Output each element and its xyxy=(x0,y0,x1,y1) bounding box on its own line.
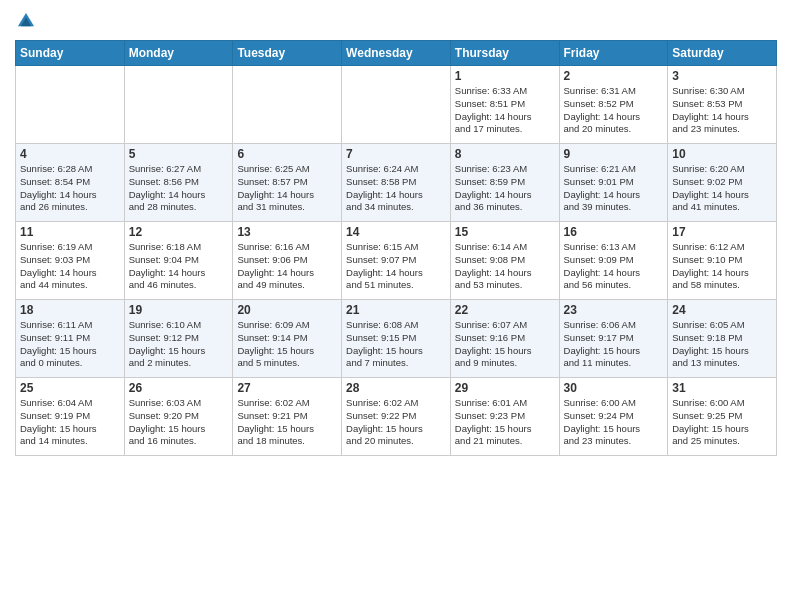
day-info: Sunrise: 6:31 AM Sunset: 8:52 PM Dayligh… xyxy=(564,85,664,136)
day-number: 6 xyxy=(237,147,337,161)
day-info: Sunrise: 6:30 AM Sunset: 8:53 PM Dayligh… xyxy=(672,85,772,136)
table-row: 1Sunrise: 6:33 AM Sunset: 8:51 PM Daylig… xyxy=(450,66,559,144)
table-row: 11Sunrise: 6:19 AM Sunset: 9:03 PM Dayli… xyxy=(16,222,125,300)
day-number: 14 xyxy=(346,225,446,239)
day-number: 25 xyxy=(20,381,120,395)
table-row xyxy=(124,66,233,144)
day-info: Sunrise: 6:00 AM Sunset: 9:24 PM Dayligh… xyxy=(564,397,664,448)
day-info: Sunrise: 6:01 AM Sunset: 9:23 PM Dayligh… xyxy=(455,397,555,448)
table-row: 22Sunrise: 6:07 AM Sunset: 9:16 PM Dayli… xyxy=(450,300,559,378)
day-info: Sunrise: 6:00 AM Sunset: 9:25 PM Dayligh… xyxy=(672,397,772,448)
day-info: Sunrise: 6:11 AM Sunset: 9:11 PM Dayligh… xyxy=(20,319,120,370)
day-info: Sunrise: 6:19 AM Sunset: 9:03 PM Dayligh… xyxy=(20,241,120,292)
table-row: 15Sunrise: 6:14 AM Sunset: 9:08 PM Dayli… xyxy=(450,222,559,300)
day-number: 18 xyxy=(20,303,120,317)
day-number: 16 xyxy=(564,225,664,239)
day-number: 9 xyxy=(564,147,664,161)
table-row: 6Sunrise: 6:25 AM Sunset: 8:57 PM Daylig… xyxy=(233,144,342,222)
day-info: Sunrise: 6:21 AM Sunset: 9:01 PM Dayligh… xyxy=(564,163,664,214)
table-row: 8Sunrise: 6:23 AM Sunset: 8:59 PM Daylig… xyxy=(450,144,559,222)
day-info: Sunrise: 6:06 AM Sunset: 9:17 PM Dayligh… xyxy=(564,319,664,370)
day-number: 28 xyxy=(346,381,446,395)
day-number: 26 xyxy=(129,381,229,395)
day-number: 20 xyxy=(237,303,337,317)
day-info: Sunrise: 6:24 AM Sunset: 8:58 PM Dayligh… xyxy=(346,163,446,214)
day-info: Sunrise: 6:09 AM Sunset: 9:14 PM Dayligh… xyxy=(237,319,337,370)
day-number: 1 xyxy=(455,69,555,83)
table-row: 12Sunrise: 6:18 AM Sunset: 9:04 PM Dayli… xyxy=(124,222,233,300)
header xyxy=(15,10,777,32)
day-number: 23 xyxy=(564,303,664,317)
day-info: Sunrise: 6:03 AM Sunset: 9:20 PM Dayligh… xyxy=(129,397,229,448)
table-row: 19Sunrise: 6:10 AM Sunset: 9:12 PM Dayli… xyxy=(124,300,233,378)
table-row: 21Sunrise: 6:08 AM Sunset: 9:15 PM Dayli… xyxy=(342,300,451,378)
calendar-header-row: Sunday Monday Tuesday Wednesday Thursday… xyxy=(16,41,777,66)
day-info: Sunrise: 6:16 AM Sunset: 9:06 PM Dayligh… xyxy=(237,241,337,292)
col-monday: Monday xyxy=(124,41,233,66)
table-row: 28Sunrise: 6:02 AM Sunset: 9:22 PM Dayli… xyxy=(342,378,451,456)
col-saturday: Saturday xyxy=(668,41,777,66)
day-number: 21 xyxy=(346,303,446,317)
calendar-week-row: 11Sunrise: 6:19 AM Sunset: 9:03 PM Dayli… xyxy=(16,222,777,300)
day-info: Sunrise: 6:12 AM Sunset: 9:10 PM Dayligh… xyxy=(672,241,772,292)
table-row xyxy=(342,66,451,144)
day-info: Sunrise: 6:18 AM Sunset: 9:04 PM Dayligh… xyxy=(129,241,229,292)
table-row: 30Sunrise: 6:00 AM Sunset: 9:24 PM Dayli… xyxy=(559,378,668,456)
table-row: 4Sunrise: 6:28 AM Sunset: 8:54 PM Daylig… xyxy=(16,144,125,222)
page: Sunday Monday Tuesday Wednesday Thursday… xyxy=(0,0,792,612)
day-info: Sunrise: 6:14 AM Sunset: 9:08 PM Dayligh… xyxy=(455,241,555,292)
day-number: 8 xyxy=(455,147,555,161)
day-number: 15 xyxy=(455,225,555,239)
table-row: 20Sunrise: 6:09 AM Sunset: 9:14 PM Dayli… xyxy=(233,300,342,378)
col-thursday: Thursday xyxy=(450,41,559,66)
table-row: 18Sunrise: 6:11 AM Sunset: 9:11 PM Dayli… xyxy=(16,300,125,378)
table-row xyxy=(16,66,125,144)
day-number: 24 xyxy=(672,303,772,317)
day-info: Sunrise: 6:02 AM Sunset: 9:21 PM Dayligh… xyxy=(237,397,337,448)
logo-icon xyxy=(15,10,37,32)
calendar-week-row: 4Sunrise: 6:28 AM Sunset: 8:54 PM Daylig… xyxy=(16,144,777,222)
day-number: 7 xyxy=(346,147,446,161)
day-number: 2 xyxy=(564,69,664,83)
table-row: 2Sunrise: 6:31 AM Sunset: 8:52 PM Daylig… xyxy=(559,66,668,144)
day-number: 17 xyxy=(672,225,772,239)
day-number: 27 xyxy=(237,381,337,395)
day-info: Sunrise: 6:02 AM Sunset: 9:22 PM Dayligh… xyxy=(346,397,446,448)
day-info: Sunrise: 6:15 AM Sunset: 9:07 PM Dayligh… xyxy=(346,241,446,292)
table-row: 27Sunrise: 6:02 AM Sunset: 9:21 PM Dayli… xyxy=(233,378,342,456)
table-row: 16Sunrise: 6:13 AM Sunset: 9:09 PM Dayli… xyxy=(559,222,668,300)
table-row: 29Sunrise: 6:01 AM Sunset: 9:23 PM Dayli… xyxy=(450,378,559,456)
day-info: Sunrise: 6:10 AM Sunset: 9:12 PM Dayligh… xyxy=(129,319,229,370)
day-number: 4 xyxy=(20,147,120,161)
calendar-week-row: 25Sunrise: 6:04 AM Sunset: 9:19 PM Dayli… xyxy=(16,378,777,456)
day-number: 11 xyxy=(20,225,120,239)
day-number: 13 xyxy=(237,225,337,239)
table-row: 31Sunrise: 6:00 AM Sunset: 9:25 PM Dayli… xyxy=(668,378,777,456)
calendar-week-row: 18Sunrise: 6:11 AM Sunset: 9:11 PM Dayli… xyxy=(16,300,777,378)
day-number: 10 xyxy=(672,147,772,161)
col-friday: Friday xyxy=(559,41,668,66)
day-info: Sunrise: 6:27 AM Sunset: 8:56 PM Dayligh… xyxy=(129,163,229,214)
calendar-table: Sunday Monday Tuesday Wednesday Thursday… xyxy=(15,40,777,456)
table-row: 14Sunrise: 6:15 AM Sunset: 9:07 PM Dayli… xyxy=(342,222,451,300)
table-row: 25Sunrise: 6:04 AM Sunset: 9:19 PM Dayli… xyxy=(16,378,125,456)
day-number: 12 xyxy=(129,225,229,239)
day-number: 29 xyxy=(455,381,555,395)
day-info: Sunrise: 6:08 AM Sunset: 9:15 PM Dayligh… xyxy=(346,319,446,370)
col-tuesday: Tuesday xyxy=(233,41,342,66)
day-info: Sunrise: 6:28 AM Sunset: 8:54 PM Dayligh… xyxy=(20,163,120,214)
day-info: Sunrise: 6:20 AM Sunset: 9:02 PM Dayligh… xyxy=(672,163,772,214)
table-row: 23Sunrise: 6:06 AM Sunset: 9:17 PM Dayli… xyxy=(559,300,668,378)
col-wednesday: Wednesday xyxy=(342,41,451,66)
day-number: 30 xyxy=(564,381,664,395)
day-info: Sunrise: 6:07 AM Sunset: 9:16 PM Dayligh… xyxy=(455,319,555,370)
day-number: 31 xyxy=(672,381,772,395)
day-info: Sunrise: 6:04 AM Sunset: 9:19 PM Dayligh… xyxy=(20,397,120,448)
day-info: Sunrise: 6:25 AM Sunset: 8:57 PM Dayligh… xyxy=(237,163,337,214)
table-row: 17Sunrise: 6:12 AM Sunset: 9:10 PM Dayli… xyxy=(668,222,777,300)
table-row: 3Sunrise: 6:30 AM Sunset: 8:53 PM Daylig… xyxy=(668,66,777,144)
table-row: 9Sunrise: 6:21 AM Sunset: 9:01 PM Daylig… xyxy=(559,144,668,222)
day-info: Sunrise: 6:13 AM Sunset: 9:09 PM Dayligh… xyxy=(564,241,664,292)
table-row: 13Sunrise: 6:16 AM Sunset: 9:06 PM Dayli… xyxy=(233,222,342,300)
logo xyxy=(15,10,41,32)
